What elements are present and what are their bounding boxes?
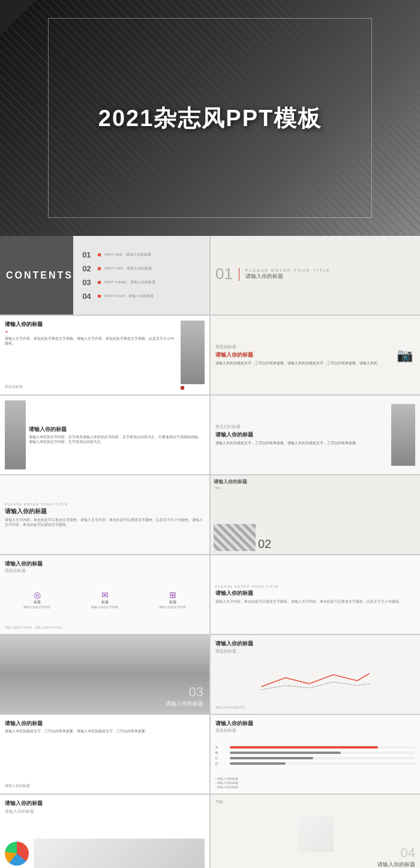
s03-title: 请输入你的标题: [166, 700, 203, 708]
icon-item-1: ◎ 标题 请输入此处文字内容: [5, 590, 69, 609]
content-desc-2: 请输入你的标题: [127, 266, 152, 271]
content-item-1: 01 PART ONE 请输入你的标题: [82, 250, 200, 259]
contents-right: 01 PART ONE 请输入你的标题 02 PART TWO 请输入你的标题 …: [73, 236, 209, 315]
content-desc-1: 请输入你的标题: [126, 252, 151, 257]
slide01-title: 请输入你的标题: [245, 273, 331, 280]
bars-items: • 请输入你的标题 • 请输入你的标题 • 请输入你的标题: [215, 777, 415, 789]
slide-hero: 2021杂志风PPT模板: [0, 0, 420, 236]
portrait-title: 请输入你的标题: [29, 426, 205, 433]
content-num-2: 02: [82, 264, 94, 273]
s04-mag-placeholder: [298, 816, 334, 852]
divider-red: [239, 268, 239, 281]
bar-fill-3: [230, 757, 313, 759]
pie-magazine-img: [34, 839, 205, 868]
slide-portrait: 请输入你的标题 请输入本栏的文字内容，文字填充请输入本栏的文字内容，文字填充以内…: [0, 396, 209, 474]
slide-camera: 我是副标题 请输入你的标题 请输入本栏的描述文字，三字以内简单扼要。请输入本栏的…: [211, 316, 420, 394]
bar-fill-1: [230, 746, 378, 749]
stripes-subtitle: Title: [214, 486, 417, 490]
s02-img: [391, 400, 415, 469]
icon-1-body: 请输入此处文字内容: [5, 605, 69, 609]
content-num-4: 04: [82, 292, 94, 301]
please2-cn: 请输入你的标题: [215, 589, 415, 597]
icon-1-label: 标题: [5, 600, 69, 605]
s04-title: 请输入你的标题: [377, 861, 415, 868]
mag1-title: 请输入你的标题: [5, 321, 177, 328]
camera-body: 请输入本栏的描述文字，三字以内简单扼要。请输入本栏的描述文字，三字以内简单扼要。…: [215, 361, 391, 366]
mag1-ornament: ❧: [5, 330, 177, 334]
stripes-img-row: 02: [214, 524, 417, 551]
bars-container: A B C D: [215, 746, 415, 767]
camera-subtitle: 我是副标题: [215, 344, 391, 350]
slide-please: PLEASE ENTER YOUR TITLE 请输入你的标题 请输入文字内容，…: [0, 475, 209, 554]
icon-1-symbol: ◎: [5, 590, 69, 600]
content-num-3: 03: [82, 278, 94, 287]
chart-footer: 请输入本栏的描述文字: [215, 705, 415, 709]
s02-body: 请输入本栏的描述文字，三字以内简单扼要。请输入本栏的描述文字，三字以内简单扼要。: [215, 441, 388, 445]
slide-01-section: 01 PLEASE ENTER YOUR TITLE 请输入你的标题: [211, 236, 420, 315]
content-desc-3: 请输入你的标题: [130, 280, 155, 285]
content-item-3: 03 PART THREE 请输入你的标题: [82, 278, 200, 287]
slide-stripes-top: 请输入你的标题 Title: [214, 478, 417, 490]
bar-fill-4: [230, 762, 286, 765]
icons-title: 请输入你的标题: [5, 560, 205, 568]
slide-contents: CONTENTS 01 PART ONE 请输入你的标题 02 PART TWO…: [0, 236, 209, 315]
content-desc-4: 请输入你的标题: [128, 294, 154, 298]
s04-bg-img: [298, 816, 334, 852]
slide-stripes: 请输入你的标题 Title 02: [211, 475, 420, 554]
line-chart-svg: [215, 669, 415, 693]
slide-02-section: 第五幻灯标题 请输入你的标题 请输入本栏的描述文字，三字以内简单扼要。请输入本栏…: [211, 396, 420, 474]
stripes-num: 02: [258, 537, 271, 551]
s03-num: 03: [166, 684, 203, 700]
icons-subtitle: 我是副标题: [5, 568, 205, 574]
mag1-portrait-img: [181, 321, 205, 384]
icon-2-symbol: ✉: [73, 590, 137, 600]
content-dot-1: [98, 253, 101, 256]
content-part-3: PART THREE: [104, 280, 127, 285]
s02-portrait: [391, 404, 415, 466]
text-col-footer: 请输入你的标题: [5, 783, 205, 789]
camera-title: 请输入你的标题: [215, 351, 391, 359]
s04-subtitle: Title: [215, 800, 223, 804]
slide-text-col: 请输入你的标题 请输入本栏的描述文字，三字以内简单扼要。请输入本栏的描述文字，三…: [0, 715, 209, 794]
s02-subtitle: 第五幻灯标题: [215, 424, 388, 430]
content-part-2: PART TWO: [104, 266, 123, 271]
contents-title: CONTENTS: [6, 270, 67, 281]
icon-item-2: ✉ 标题 请输入此处文字内容: [73, 590, 137, 609]
s04-bottom: 04 请输入你的标题: [377, 845, 415, 868]
slide-mag1: 请输入你的标题 ❧ 请输入文字内容，单击此处可更改文字风格。请输入文字内容，单击…: [0, 316, 209, 394]
content-part-4: PART FOUR: [104, 294, 125, 298]
bars-item-2: • 请输入你的标题: [215, 781, 415, 785]
bar-2: B: [215, 751, 415, 755]
line-chart: [215, 669, 415, 693]
content-item-4: 04 PART FOUR 请输入你的标题: [82, 292, 200, 301]
icons-row: ◎ 标题 请输入此处文字内容 ✉ 标题 请输入此处文字内容 ⊞ 标题 请输入此处…: [5, 590, 205, 609]
bar-1: A: [215, 746, 415, 749]
icon-2-body: 请输入此处文字内容: [73, 605, 137, 609]
bars-item-1: • 请输入你的标题: [215, 777, 415, 780]
slide01-subtitle: PLEASE ENTER YOUR TITLE: [245, 268, 331, 273]
pie-img: [34, 839, 205, 868]
s04-overlay: Title: [215, 800, 223, 804]
content-num-1: 01: [82, 250, 94, 259]
slide-bars: 请输入你的标题 我是副标题 A B C D: [211, 715, 420, 794]
s02-title: 请输入你的标题: [215, 431, 388, 439]
content-dot-4: [98, 295, 101, 298]
hero-title: 2021杂志风PPT模板: [98, 103, 322, 133]
slide-pie: 请输入你的标题 请输入你的标题: [0, 795, 209, 868]
please-title-en: PLEASE ENTER YOUR TITLE: [5, 502, 205, 506]
chart-subtitle: 我是副标题: [215, 648, 415, 654]
icon-3-label: 标题: [140, 600, 205, 605]
portrait-body: 请输入本栏的文字内容，文字填充请输入本栏的文字内容，文字填充以内容为主，不要使用…: [29, 435, 205, 445]
please-title-cn: 请输入你的标题: [5, 507, 205, 516]
bar-4: D: [215, 762, 415, 765]
contents-left: CONTENTS: [0, 236, 73, 315]
pie-title: 请输入你的标题: [5, 800, 205, 807]
camera-icon: 📷: [397, 348, 413, 363]
mag1-body: 请输入文字内容，单击此处可更改文字风格。请输入文字内容，单击此处可更改文字风格，…: [5, 336, 177, 346]
bars-item-3: • 请输入你的标题: [215, 785, 415, 789]
slide-chart-title: 请输入你的标题 我是副标题 请输入本栏的描述文字: [211, 635, 420, 714]
icon-3-body: 请输入此处文字内容: [140, 605, 205, 609]
icons-footer: 请输入底部文字内容，请输入底部文字内容。: [5, 625, 205, 630]
bars-subtitle: 我是副标题: [215, 728, 415, 734]
red-accent: [181, 386, 184, 390]
